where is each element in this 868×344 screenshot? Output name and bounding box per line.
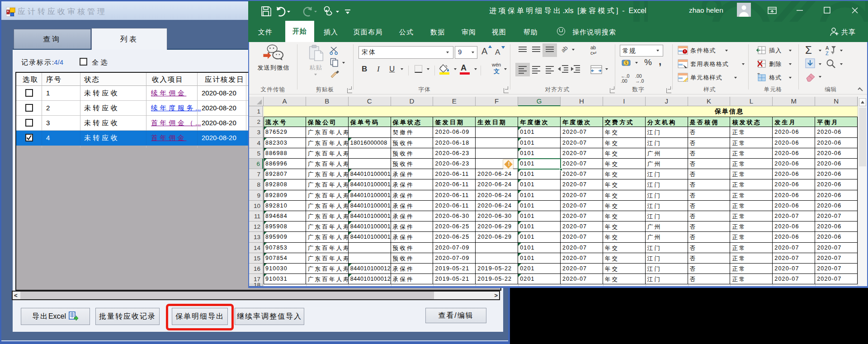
- svg-text:Z: Z: [826, 51, 829, 56]
- svg-text:A: A: [826, 45, 829, 51]
